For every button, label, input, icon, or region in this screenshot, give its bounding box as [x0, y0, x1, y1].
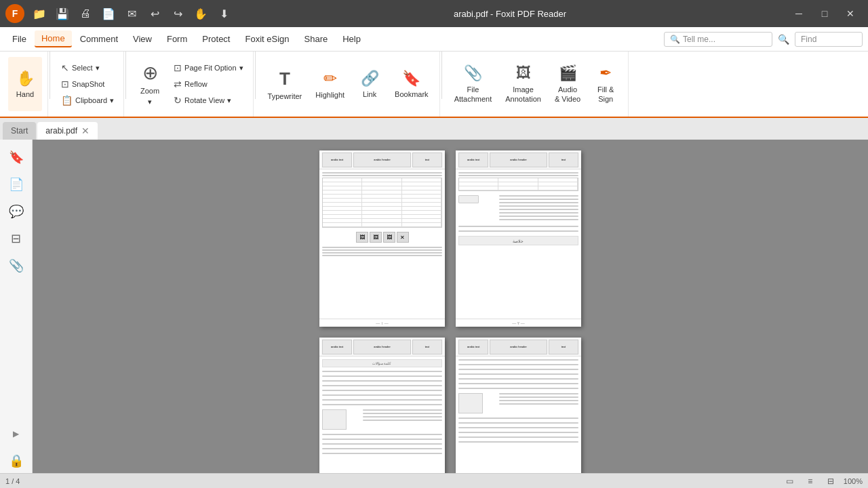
- reflow-button[interactable]: ⇄ Reflow: [170, 77, 247, 92]
- menu-view[interactable]: View: [126, 31, 159, 47]
- audio-video-button[interactable]: 🎬 Audio& Video: [549, 57, 586, 111]
- bookmark-button[interactable]: 🔖 Bookmark: [389, 57, 434, 111]
- menu-form[interactable]: Form: [160, 31, 194, 47]
- print-icon[interactable]: 🖨: [76, 4, 95, 23]
- rotate-view-button[interactable]: ↻ Rotate View ▾: [170, 93, 247, 108]
- pdf-header-cell-2: arabic header: [353, 152, 411, 167]
- pdf-page-4-content: [456, 357, 581, 473]
- divider-4: [441, 52, 442, 99]
- page-info: 1 / 4: [5, 477, 20, 485]
- pdf-header-cell-4: arabic text: [458, 152, 488, 167]
- zoom-col: ⊡ Page Fit Option ▾ ⇄ Reflow ↻ Rotate Vi…: [170, 60, 247, 108]
- pdf-line: [322, 394, 442, 396]
- tell-me-box[interactable]: 🔍 Tell me...: [664, 32, 772, 47]
- pdf-line: [499, 209, 578, 210]
- close-button[interactable]: ✕: [838, 4, 863, 23]
- table-cell: [538, 186, 578, 190]
- undo-icon[interactable]: ↩: [145, 4, 164, 23]
- image-annotation-button[interactable]: 🖼 ImageAnnotation: [500, 57, 547, 111]
- title-bar: F 📁 💾 🖨 📄 ✉ ↩ ↪ ✋ ⬇ arabi.pdf - Foxit PD…: [0, 0, 868, 27]
- fill-sign-button[interactable]: ✒ Fill &Sign: [589, 57, 623, 111]
- redo-icon[interactable]: ↪: [168, 4, 187, 23]
- clipboard-button[interactable]: 📋 Clipboard ▾: [57, 93, 118, 108]
- table-cell: [323, 223, 362, 226]
- layers-panel-button[interactable]: ⊟: [4, 226, 28, 251]
- pdf-col-3: [322, 409, 361, 430]
- file-attachment-button[interactable]: 📎 FileAttachment: [449, 57, 498, 111]
- single-page-button[interactable]: ▭: [783, 475, 797, 487]
- hand-button[interactable]: ✋ Hand: [8, 57, 42, 111]
- table-cell: [323, 178, 362, 182]
- facing-page-button[interactable]: ⊟: [823, 475, 838, 487]
- open-icon[interactable]: 📁: [30, 4, 49, 23]
- pdf-line: [322, 385, 442, 386]
- pdf-header-cell-3: text: [412, 152, 442, 167]
- attachments-panel-button[interactable]: 📎: [4, 253, 28, 278]
- table-cell: [323, 195, 362, 198]
- clipboard-icon: 📋: [61, 95, 73, 106]
- tab-arabi-close[interactable]: ✕: [81, 125, 90, 136]
- menu-protect[interactable]: Protect: [195, 31, 237, 47]
- hand-icon: ✋: [16, 70, 35, 87]
- menu-home[interactable]: Home: [35, 30, 72, 47]
- status-bar: 1 / 4 ▭ ≡ ⊟ 100%: [0, 473, 868, 488]
- tab-arabi[interactable]: arabi.pdf ✕: [37, 122, 98, 140]
- pages-panel-button[interactable]: 📄: [4, 172, 28, 197]
- find-box[interactable]: Find: [795, 32, 863, 47]
- table-cell: [538, 178, 578, 182]
- rotate-dropdown-icon: ▾: [227, 96, 231, 105]
- security-panel-button[interactable]: 🔒: [4, 449, 28, 473]
- hand-tool-icon[interactable]: ✋: [191, 4, 210, 23]
- pdf-image-3: 🖼: [383, 232, 395, 243]
- zoom-level: 100%: [844, 477, 863, 485]
- pdf-line: [322, 252, 442, 253]
- pdf-header-cell-1: arabic text: [322, 152, 352, 167]
- pdf-row-1: arabic text arabic header text: [319, 150, 581, 327]
- comments-panel-button[interactable]: 💬: [4, 199, 28, 224]
- link-button[interactable]: 🔗 Link: [353, 57, 387, 111]
- highlight-button[interactable]: ✏ Highlight: [310, 57, 350, 111]
- table-cell: [323, 219, 362, 222]
- snapshot-button[interactable]: ⊡ SnapShot: [57, 77, 118, 92]
- pdf-page-4-header: arabic text arabic header text: [456, 338, 581, 357]
- menu-help[interactable]: Help: [336, 31, 368, 47]
- pdf-line: [322, 255, 442, 256]
- minimize-button[interactable]: ─: [787, 4, 811, 23]
- typewriter-button[interactable]: T Typewriter: [262, 57, 308, 111]
- pdf-content-area[interactable]: arabic text arabic header text: [33, 140, 868, 473]
- continuous-page-button[interactable]: ≡: [803, 475, 818, 487]
- pdf-line: [322, 390, 442, 391]
- table-cell: [402, 223, 441, 226]
- maximize-button[interactable]: □: [812, 4, 837, 23]
- pdf-small-table-4: [458, 393, 483, 413]
- snapshot-icon: ⊡: [61, 79, 69, 89]
- sidebar-expand-button[interactable]: ▶: [11, 422, 22, 446]
- audio-video-label: Audio& Video: [555, 85, 580, 104]
- email-icon[interactable]: ✉: [122, 4, 141, 23]
- menu-foxit-esign[interactable]: Foxit eSign: [238, 31, 296, 47]
- tab-arabi-label: arabi.pdf: [45, 126, 77, 136]
- table-cell: [402, 211, 441, 214]
- table-cell: [402, 182, 441, 186]
- tab-start[interactable]: Start: [3, 122, 36, 140]
- pdf-line: [322, 249, 442, 251]
- menu-share[interactable]: Share: [298, 31, 335, 47]
- zoom-dropdown-icon: ▾: [148, 98, 152, 106]
- menu-bar: File Home Comment View Form Protect Foxi…: [0, 27, 868, 52]
- divider-2: [125, 52, 126, 99]
- save-icon[interactable]: 💾: [53, 4, 72, 23]
- pdf-line: [363, 416, 442, 418]
- zoom-button[interactable]: ⊕ Zoom ▾: [133, 57, 167, 111]
- page-fit-button[interactable]: ⊡ Page Fit Option ▾: [170, 60, 247, 75]
- menu-comment[interactable]: Comment: [73, 31, 125, 47]
- menu-file[interactable]: File: [5, 31, 33, 47]
- table-cell: [402, 207, 441, 210]
- bookmark-panel-button[interactable]: 🔖: [4, 145, 28, 169]
- pdf-row-2: arabic text arabic header text كلمة سؤال…: [319, 338, 581, 473]
- pdf-line: [458, 378, 578, 380]
- pdf-header-cell-8: arabic header: [353, 340, 411, 354]
- new-icon[interactable]: 📄: [99, 4, 118, 23]
- select-button[interactable]: ↖ Select ▾: [57, 60, 118, 75]
- download-icon[interactable]: ⬇: [214, 4, 233, 23]
- tabs-bar: Start arabi.pdf ✕: [0, 118, 868, 140]
